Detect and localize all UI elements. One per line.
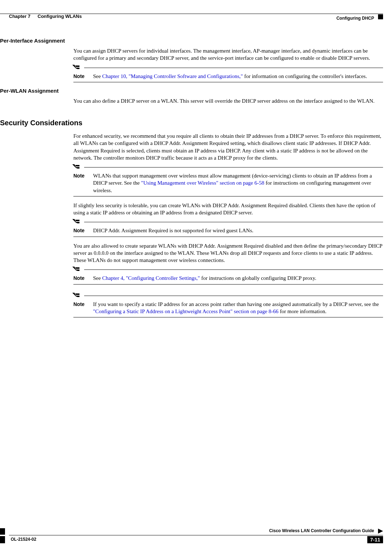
note-icon [72,164,81,172]
header-marker-box [378,14,383,19]
note-text-post: for information on configuring the contr… [243,73,367,79]
note-text-pre: If you want to specify a static IP addre… [93,301,379,307]
note-label: Note [73,227,93,234]
note-text: If you want to specify a static IP addre… [93,301,383,315]
content-area: Per-Interface Assignment You can assign … [9,32,383,323]
note-text: See Chapter 4, "Configuring Controller S… [93,274,383,282]
note-rule-top [84,269,383,270]
paragraph: You are also allowed to create separate … [73,242,383,264]
header-section-title: Configuring DHCP [337,16,374,21]
page-header: Chapter 7 Configuring WLANs [0,6,392,17]
note-rule-top [84,167,383,167]
link-static-ip-ap[interactable]: "Configuring a Static IP Address on a Li… [93,308,279,314]
paragraph: For enhanced security, we recommend that… [73,132,383,161]
link-chapter-4[interactable]: Chapter 4, "Configuring Controller Setti… [102,275,200,281]
footer-doc-title: Cisco Wireless LAN Controller Configurat… [269,528,374,533]
note-block: Note WLANs that support management over … [73,169,383,196]
note-rule-bottom [73,82,383,82]
note-icon [72,292,81,300]
header-chapter-title: Configuring WLANs [38,14,82,19]
note-label: Note [73,301,93,308]
note-rule-top [84,68,383,68]
note-block: Note See Chapter 10, "Managing Controlle… [73,69,383,82]
note-block: Note DHCP Addr. Assignment Required is n… [73,223,383,237]
footer-doc-id: OL-21524-02 [11,537,36,542]
note-label: Note [73,274,93,282]
note-rule-top [84,296,383,296]
paragraph: You can also define a DHCP server on a W… [73,97,383,105]
paragraph: If slightly less security is tolerable, … [73,202,383,217]
note-block: Note If you want to specify a static IP … [73,297,383,318]
footer-left-box [0,528,5,543]
note-text-post: for more information. [279,308,326,314]
heading-per-wlan: Per-WLAN Assignment [0,88,383,94]
footer-arrow-icon [378,529,383,534]
heading-security: Security Considerations [0,119,383,127]
footer-rule [9,535,383,535]
note-rule-top [84,222,383,222]
note-text: DHCP Addr. Assignment Required is not su… [93,227,383,234]
note-text-post: for instructions on globally configuring… [200,275,316,281]
note-rule-bottom [73,317,383,317]
header-chapter-number: Chapter 7 [9,14,30,19]
note-icon [72,64,81,72]
header-rule [0,14,383,14]
note-icon [72,266,81,274]
note-text: See Chapter 10, "Managing Controller Sof… [93,73,383,80]
note-label: Note [73,73,93,80]
note-text: WLANs that support management over wirel… [93,172,383,194]
note-rule-bottom [73,196,383,196]
link-mgmt-over-wireless[interactable]: "Using Management over Wireless" section… [141,180,264,186]
paragraph: You can assign DHCP servers for individu… [73,47,383,62]
link-chapter-10[interactable]: Chapter 10, "Managing Controller Softwar… [102,73,243,79]
note-block: Note See Chapter 4, "Configuring Control… [73,271,383,284]
page: Chapter 7 Configuring WLANs Configuring … [0,0,392,554]
note-label: Note [73,172,93,179]
note-rule-bottom [73,284,383,285]
note-text-pre: See [93,73,102,79]
note-text-pre: See [93,275,102,281]
note-rule-bottom [73,237,383,237]
footer-page-number: 7-11 [367,536,383,543]
heading-per-interface: Per-Interface Assignment [0,38,383,44]
note-icon [72,218,81,227]
